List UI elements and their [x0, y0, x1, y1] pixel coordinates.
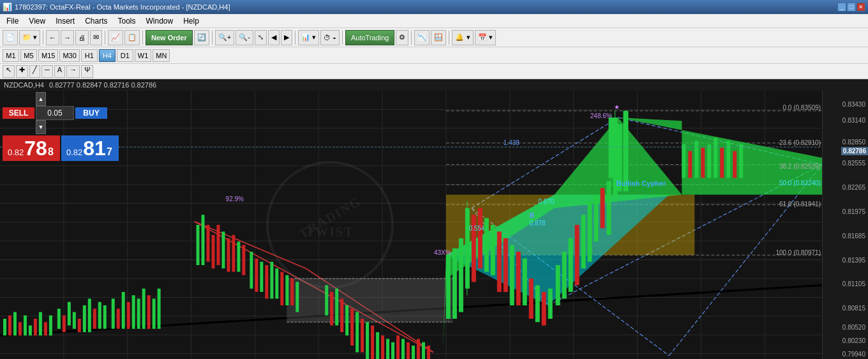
sell-button[interactable]: SELL: [3, 107, 34, 119]
scroll-left-button[interactable]: ◀: [268, 30, 280, 45]
lot-up-arrow[interactable]: ▲: [36, 92, 46, 106]
tf-m5[interactable]: M5: [20, 49, 37, 62]
calendar-button[interactable]: 📅 ▾: [475, 30, 496, 45]
tf-m15[interactable]: M15: [38, 49, 58, 62]
fib-38: 38.2 (0.82539): [779, 163, 821, 170]
indicators-button[interactable]: 📈: [108, 30, 123, 45]
indicator-list-button[interactable]: 📉: [414, 30, 430, 45]
toolbar-sep7: [411, 31, 412, 45]
svg-rect-117: [345, 305, 348, 335]
svg-rect-61: [733, 151, 737, 178]
tf-w1[interactable]: W1: [135, 49, 152, 62]
autotrading-button[interactable]: AutoTrading: [345, 30, 395, 45]
tf-m30[interactable]: M30: [59, 49, 79, 62]
fib-92: 92.9%: [226, 195, 244, 202]
fib-23: 23.6 (0.82910): [779, 139, 821, 146]
line-button[interactable]: ╱: [29, 65, 40, 78]
lot-input[interactable]: [36, 106, 74, 120]
svg-rect-125: [386, 339, 389, 360]
svg-rect-60: [726, 141, 730, 178]
menu-file[interactable]: File: [1, 15, 24, 27]
svg-rect-150: [535, 286, 540, 323]
open-button[interactable]: 📁 ▾: [19, 30, 40, 45]
svg-rect-129: [407, 342, 410, 359]
svg-rect-158: [588, 201, 592, 262]
buy-button[interactable]: BUY: [75, 107, 107, 119]
svg-rect-83: [112, 299, 115, 329]
lot-down-arrow[interactable]: ▼: [36, 120, 46, 134]
svg-rect-98: [221, 232, 225, 269]
new-order-button[interactable]: New Order: [146, 30, 193, 45]
tf-h1[interactable]: H1: [81, 49, 98, 62]
tf-m1[interactable]: M1: [3, 49, 19, 62]
back-button[interactable]: ←: [46, 30, 59, 45]
scroll-right-button[interactable]: ▶: [281, 30, 292, 45]
sell-price-prefix: 0.82: [8, 148, 24, 157]
svg-rect-134: [446, 255, 451, 319]
price-81105: 0.81105: [842, 280, 865, 287]
tf-h4[interactable]: H4: [99, 49, 116, 62]
svg-rect-88: [137, 299, 140, 329]
close-button[interactable]: ✕: [857, 3, 865, 11]
price-82555: 0.82555: [842, 160, 865, 167]
arrow-button[interactable]: →: [66, 65, 80, 78]
toolbar-sep3: [142, 31, 143, 45]
forward-button[interactable]: →: [61, 30, 74, 45]
menu-view[interactable]: View: [24, 15, 50, 27]
svg-rect-110: [285, 275, 288, 305]
menu-help[interactable]: Help: [178, 15, 204, 27]
templates-button[interactable]: 📋: [124, 30, 140, 45]
text-button[interactable]: A: [54, 65, 65, 78]
svg-rect-90: [147, 295, 151, 329]
svg-rect-79: [88, 299, 91, 333]
maximize-button[interactable]: □: [847, 3, 856, 11]
window-controls[interactable]: _ □ ✕: [837, 3, 865, 11]
svg-rect-113: [325, 286, 328, 316]
fib-button[interactable]: Ψ: [81, 65, 93, 78]
print-button[interactable]: 🖨: [75, 30, 89, 45]
expert-properties-button[interactable]: ⚙: [396, 30, 408, 45]
fib-43x: 43X%: [434, 249, 451, 256]
hline-button[interactable]: ─: [41, 65, 53, 78]
fit-button[interactable]: ⤡: [255, 30, 267, 45]
crosshair-button[interactable]: ✚: [16, 65, 28, 78]
tf-d1[interactable]: D1: [117, 49, 133, 62]
price-81395: 0.81395: [842, 256, 865, 263]
menu-charts[interactable]: Charts: [80, 15, 112, 27]
svg-rect-59: [720, 148, 724, 178]
title-text: 17802397: OctaFX-Real - Octa Markets Inc…: [15, 3, 230, 11]
svg-rect-126: [391, 342, 394, 359]
chart-area[interactable]: ★ TRADING TWIST 0.0 (0.83509) 23.6 (0.82…: [0, 91, 868, 359]
menu-insert[interactable]: Insert: [50, 15, 80, 27]
mail-button[interactable]: ✉: [90, 30, 102, 45]
tf-mn[interactable]: MN: [153, 49, 170, 62]
chart-types-button[interactable]: 📊 ▾: [298, 30, 319, 45]
menu-tools[interactable]: Tools: [113, 15, 141, 27]
drawing-toolbar: ↖ ✚ ╱ ─ A → Ψ: [0, 64, 868, 79]
svg-rect-68: [29, 326, 32, 336]
svg-rect-147: [516, 252, 521, 305]
svg-rect-132: [422, 342, 425, 359]
svg-rect-57: [707, 144, 711, 178]
alert-button[interactable]: 🔔 ▾: [452, 30, 473, 45]
svg-rect-155: [569, 238, 573, 292]
menu-window[interactable]: Window: [141, 15, 179, 27]
svg-rect-87: [132, 295, 135, 329]
toolbar-sep4: [212, 31, 213, 45]
svg-rect-146: [510, 245, 514, 306]
svg-rect-115: [335, 289, 338, 326]
svg-rect-93: [197, 225, 200, 265]
svg-rect-127: [396, 335, 400, 359]
new-chart-button[interactable]: 📄: [3, 30, 18, 45]
history-button[interactable]: 🔄: [194, 30, 209, 45]
svg-rect-149: [529, 279, 534, 319]
cursor-button[interactable]: ↖: [3, 65, 15, 78]
minimize-button[interactable]: _: [837, 3, 846, 11]
datawindow-button[interactable]: 🪟: [431, 30, 446, 45]
zoom-in-button[interactable]: 🔍+: [215, 30, 234, 45]
svg-rect-123: [376, 332, 379, 359]
zoom-out-button[interactable]: 🔍-: [236, 30, 253, 45]
svg-rect-75: [68, 302, 71, 326]
svg-rect-122: [371, 326, 374, 360]
periods-button[interactable]: ⏱ ▾: [320, 30, 340, 45]
